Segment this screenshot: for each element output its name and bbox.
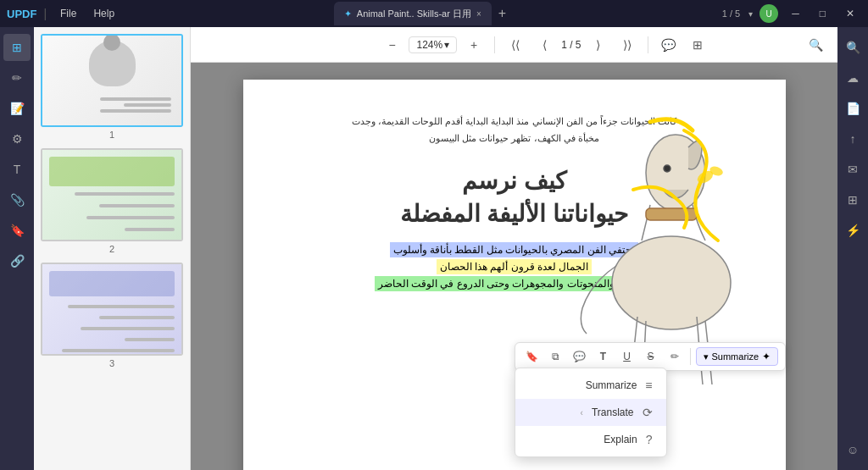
thumbnail-3[interactable]: 3	[41, 263, 183, 368]
toolbar-center: − 124% ▾ + ⟨⟨ ⟨ 1 / 5 ⟩ ⟩⟩ 💬 ⊞	[380, 33, 709, 57]
toolbar-sep-1	[494, 36, 495, 53]
menu-file[interactable]: File	[53, 6, 83, 21]
active-tab[interactable]: ✦ Animal Paint.. Skills-ar 日用 ×	[334, 2, 492, 25]
svg-point-4	[612, 236, 731, 329]
translate-menu-icon: ⟳	[643, 406, 653, 419]
thumbnail-1[interactable]: 1	[41, 34, 183, 140]
ai-icon: ✦	[762, 351, 771, 362]
thumb-img-3	[41, 263, 183, 356]
tab-add[interactable]: +	[495, 6, 509, 21]
sidebar-icon-edit[interactable]: ✏	[3, 64, 31, 91]
right-icon-doc[interactable]: 📄	[839, 95, 866, 122]
dropdown-menu: ≡ Summarize ⟳ Translate › ? Explain	[515, 368, 667, 457]
main-container: ⊞ ✏ 📝 ⚙ T 📎 🔖 🔗	[0, 27, 868, 470]
page-badge-arrow: ▾	[748, 9, 753, 19]
user-avatar[interactable]: U	[760, 4, 778, 23]
thumb-content-2	[42, 150, 181, 240]
titlebar-menu: File Help	[53, 6, 121, 21]
zoom-display[interactable]: 124% ▾	[409, 36, 457, 53]
titlebar-right: 1 / 5 ▾ U ─ □ ✕	[722, 4, 861, 23]
right-icon-ai[interactable]: ⚡	[839, 217, 866, 244]
pdf-area: − 124% ▾ + ⟨⟨ ⟨ 1 / 5 ⟩ ⟩⟩ 💬 ⊞ 🔍	[191, 27, 837, 470]
nav-next-button[interactable]: ⟩	[587, 33, 610, 57]
titlebar-left: UPDF | File Help	[7, 6, 121, 21]
sidebar-icon-grid[interactable]: ⊞	[3, 34, 31, 61]
sidebar-icon-link[interactable]: 🔗	[3, 247, 31, 274]
zoom-out-button[interactable]: −	[380, 33, 403, 57]
right-icon-mail[interactable]: ✉	[839, 156, 866, 183]
ai-toolbar-sep	[690, 348, 691, 365]
menu-item-explain[interactable]: ? Explain	[515, 426, 666, 453]
page-badge: 1 / 5	[722, 8, 740, 19]
page-display: 1 / 5	[561, 39, 581, 51]
thumb-content-1	[42, 36, 181, 125]
menu-item-summarize[interactable]: ≡ Summarize	[515, 372, 666, 399]
menu-item-translate[interactable]: ⟳ Translate ›	[515, 399, 666, 426]
thumb-img-1	[41, 34, 183, 127]
translate-arrow: ›	[581, 408, 583, 417]
right-icon-cloud[interactable]: ☁	[839, 64, 866, 91]
titlebar-separator: |	[43, 7, 47, 20]
text-tool-button[interactable]: T	[593, 346, 614, 367]
tab-close[interactable]: ×	[476, 9, 481, 19]
thumb-num-1: 1	[41, 130, 183, 140]
summarize-menu-label: Summarize	[586, 379, 637, 391]
win-close[interactable]: ✕	[839, 6, 861, 21]
ai-toolbar: ✦ Summarize ▾ ✏ S U T 💬 ⧉ 🔖	[515, 342, 787, 371]
pdf-content[interactable]: كانت الحيوانات جزءاً من الفن الإنساني من…	[191, 63, 837, 470]
menu-help[interactable]: Help	[86, 6, 121, 21]
svg-point-3	[664, 165, 670, 172]
win-minimize[interactable]: ─	[785, 6, 806, 21]
bookmark-tool-button[interactable]: 🔖	[522, 346, 542, 367]
layout-button[interactable]: ⊞	[686, 33, 709, 57]
titlebar: UPDF | File Help ✦ Animal Paint.. Skills…	[0, 0, 868, 27]
zoom-value: 124%	[416, 39, 442, 51]
thumb-num-3: 3	[41, 358, 183, 368]
summarize-label: Summarize	[712, 351, 760, 362]
explain-menu-icon: ?	[646, 433, 653, 446]
toolbar-sep-2	[648, 36, 648, 53]
left-sidebar: ⊞ ✏ 📝 ⚙ T 📎 🔖 🔗	[0, 27, 34, 470]
strikethrough-tool-button[interactable]: S	[641, 346, 661, 367]
copy-tool-button[interactable]: ⧉	[546, 346, 566, 367]
tab-icon: ✦	[344, 8, 352, 19]
translate-menu-label: Translate	[592, 406, 634, 418]
titlebar-center: ✦ Animal Paint.. Skills-ar 日用 × +	[334, 2, 509, 25]
pdf-toolbar: − 124% ▾ + ⟨⟨ ⟨ 1 / 5 ⟩ ⟩⟩ 💬 ⊞ 🔍	[191, 27, 837, 63]
right-icon-search[interactable]: 🔍	[839, 34, 866, 61]
thumb-content-3	[42, 264, 181, 354]
app-logo: UPDF	[7, 8, 36, 20]
search-button[interactable]: 🔍	[804, 33, 827, 57]
nav-first-button[interactable]: ⟨⟨	[504, 33, 527, 57]
sidebar-icon-note[interactable]: 📝	[3, 95, 31, 122]
nav-prev-button[interactable]: ⟨	[532, 33, 556, 57]
underline-tool-button[interactable]: U	[617, 346, 637, 367]
svg-rect-5	[646, 208, 697, 220]
thumb-num-2: 2	[41, 244, 183, 254]
right-sidebar: 🔍 ☁ 📄 ↑ ✉ ⊞ ⚡ ☺	[837, 27, 868, 470]
right-icon-user[interactable]: ☺	[839, 436, 866, 463]
nav-last-button[interactable]: ⟩⟩	[615, 33, 639, 57]
zoom-in-button[interactable]: +	[462, 33, 486, 57]
right-icon-grid[interactable]: ⊞	[839, 186, 866, 213]
comment-button[interactable]: 💬	[657, 33, 681, 57]
tab-label: Animal Paint.. Skills-ar 日用	[357, 8, 471, 20]
right-icon-upload[interactable]: ↑	[839, 125, 866, 152]
win-maximize[interactable]: □	[813, 6, 832, 21]
thumbnails-panel: 1 2	[34, 27, 191, 470]
sidebar-icon-bookmark[interactable]: 🔖	[3, 217, 31, 244]
sidebar-icon-attachment[interactable]: 📎	[3, 186, 31, 213]
pdf-page: كانت الحيوانات جزءاً من الفن الإنساني من…	[243, 80, 786, 470]
explain-menu-label: Explain	[604, 434, 637, 445]
thumb-img-2	[41, 148, 183, 241]
toolbar-right: 🔍	[804, 33, 827, 57]
summarize-arrow: ▾	[704, 351, 709, 362]
comment-tool-button[interactable]: 💬	[570, 346, 590, 367]
thumbnail-2[interactable]: 2	[41, 148, 183, 254]
zoom-arrow: ▾	[444, 39, 449, 51]
highlight-tool-button[interactable]: ✏	[665, 346, 685, 367]
sidebar-icon-text[interactable]: T	[3, 156, 31, 183]
summarize-menu-icon: ≡	[645, 379, 652, 392]
summarize-button[interactable]: ✦ Summarize ▾	[696, 347, 779, 366]
sidebar-icon-tools[interactable]: ⚙	[3, 125, 31, 152]
